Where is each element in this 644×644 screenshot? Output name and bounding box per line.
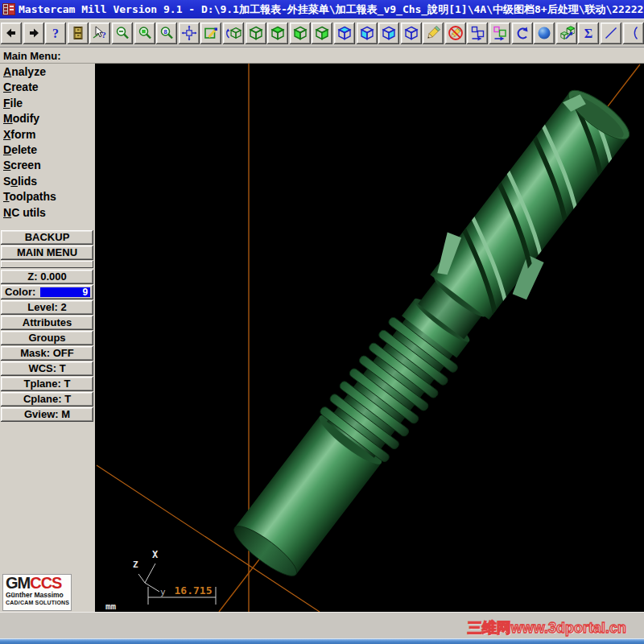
axis-gnomon: X Z <box>133 549 159 592</box>
watermark-text: 三维网www.3dportal.cn <box>468 618 626 638</box>
svg-text:8: 8 <box>164 28 168 35</box>
spacer <box>0 221 95 230</box>
pan-button[interactable] <box>179 23 200 44</box>
menu-item-solids[interactable]: Solids <box>0 175 95 190</box>
unzoom-08-button[interactable]: 8 <box>156 23 177 44</box>
pan-arrows-icon <box>181 25 197 41</box>
dimension-value: 16.715 <box>175 584 213 597</box>
level-button[interactable]: Level: 2 <box>1 300 93 315</box>
repaint-brush-icon <box>203 25 219 41</box>
line-icon <box>603 25 619 41</box>
backup-button[interactable]: BACKUP <box>1 230 93 245</box>
sphere-icon <box>536 25 552 41</box>
gmccs-logo-line1: Günther Massimo <box>6 591 71 599</box>
rotate-cube-icon <box>225 25 242 41</box>
cplane-front-button[interactable] <box>357 23 378 44</box>
viewport-canvas[interactable]: X Z y 16.715 mm <box>96 64 644 612</box>
svg-text:?: ? <box>52 27 59 40</box>
main-menu-button[interactable]: MAIN MENU <box>1 246 93 260</box>
gview-button[interactable]: Gview: M <box>1 407 93 422</box>
solid-model[interactable] <box>220 72 644 592</box>
blue-cube-front-icon <box>359 25 375 41</box>
svg-text:?: ? <box>102 30 107 39</box>
blue-cube-side-icon <box>381 25 397 41</box>
cplane-button[interactable]: Cplane: T <box>1 392 93 407</box>
status-button-panel: Z: 0.000Color:9Level: 2AttributesGroupsM… <box>0 270 95 422</box>
squares-arrow-blue-icon <box>469 25 485 41</box>
mask-button[interactable]: Mask: OFF <box>1 346 93 361</box>
z-button[interactable]: Z: 0.000 <box>1 270 93 284</box>
magnifier-8-icon: 8 <box>159 25 175 41</box>
forward-button[interactable] <box>23 23 44 44</box>
create-line-button[interactable] <box>601 23 621 44</box>
menu-item-screen[interactable]: Screen <box>0 159 95 174</box>
green-cube-front-icon <box>292 25 308 41</box>
wireframe-view-button[interactable] <box>401 23 422 44</box>
file-manager-button[interactable] <box>68 23 89 44</box>
green-cube-wire-icon <box>248 25 264 41</box>
graphics-viewport[interactable]: X Z y 16.715 mm <box>96 64 644 612</box>
gview-isometric-button[interactable] <box>246 23 266 44</box>
gview-front-button[interactable] <box>290 23 311 44</box>
shade-button[interactable] <box>534 23 555 44</box>
menu-item-create[interactable]: Create <box>0 80 95 96</box>
back-button[interactable] <box>1 23 22 44</box>
arc-icon <box>625 25 642 41</box>
undo-arrow-icon <box>514 25 530 41</box>
attributes-button[interactable]: Attributes <box>1 316 93 330</box>
menu-item-toolpaths[interactable]: Toolpaths <box>0 190 95 205</box>
wcs-button[interactable]: WCS: T <box>1 361 93 376</box>
magnifier-window-icon <box>137 25 153 41</box>
delete-button[interactable] <box>423 23 444 44</box>
undo-button[interactable] <box>512 23 533 44</box>
menu-item-analyze[interactable]: Analyze <box>0 65 95 80</box>
menu-item-delete[interactable]: Delete <box>0 143 95 159</box>
zoom-window-button[interactable] <box>134 23 155 44</box>
title-bar[interactable]: Mastercam Mill Version 9.1 - D:\9.1加工報表-… <box>0 0 644 19</box>
menu-item-xform[interactable]: Xform <box>0 128 95 143</box>
menu-item-modify[interactable]: Modify <box>0 112 95 127</box>
cplane-top-button[interactable] <box>334 23 355 44</box>
green-cube-top-icon <box>270 25 286 41</box>
pencil-icon <box>425 25 441 41</box>
color-swatch[interactable]: 9 <box>40 287 90 297</box>
zoom-button[interactable] <box>112 23 133 44</box>
cplane-side-button[interactable] <box>378 23 399 44</box>
gview-top-button[interactable] <box>267 23 288 44</box>
arrow-left-icon <box>3 25 19 41</box>
repaint-button[interactable] <box>200 23 221 44</box>
solids-button[interactable] <box>556 23 577 44</box>
tplane-button[interactable]: Tplane: T <box>1 377 93 391</box>
dimension-axis-label: y <box>160 587 166 597</box>
status-bar: 三维网www.3dportal.cn <box>0 612 644 638</box>
blue-cube-wire-icon <box>403 25 419 41</box>
sigma-icon: Σ <box>580 25 597 41</box>
main-menu-list: AnalyzeCreateFileModifyXformDeleteScreen… <box>0 64 95 221</box>
create-arc-button[interactable] <box>623 23 644 44</box>
groups-button[interactable]: Groups <box>1 331 93 345</box>
units-label: mm <box>105 601 117 612</box>
solid-cubes-arrow-icon <box>559 25 575 41</box>
content-area: AnalyzeCreateFileModifyXformDeleteScreen… <box>0 64 644 612</box>
app-icon <box>2 3 15 15</box>
sidebar: AnalyzeCreateFileModifyXformDeleteScreen… <box>0 64 96 612</box>
pointer-question-icon: ? <box>92 25 108 41</box>
toolbar: ? ? 8 <box>0 19 644 47</box>
main-menu-header: Main Menu: <box>0 47 644 64</box>
xform-copy-button[interactable] <box>489 23 510 44</box>
menu-item-nc-utils[interactable]: NC utils <box>0 206 95 221</box>
help-button[interactable]: ? <box>45 23 66 44</box>
color-button[interactable]: Color:9 <box>1 285 93 299</box>
gmccs-logo-title: GMCCS <box>6 576 71 591</box>
menu-item-file[interactable]: File <box>0 97 95 112</box>
svg-text:Σ: Σ <box>584 27 592 40</box>
analyze-what-button[interactable]: ? <box>89 23 110 44</box>
undelete-button[interactable] <box>445 23 466 44</box>
dynamic-rotate-button[interactable] <box>223 23 244 44</box>
window-title: Mastercam Mill Version 9.1 - D:\9.1加工報表-… <box>19 2 644 17</box>
arrow-right-icon <box>26 25 42 41</box>
gview-side-button[interactable] <box>312 23 332 44</box>
magnifier-icon <box>114 25 130 41</box>
nc-utils-button[interactable]: Σ <box>578 23 599 44</box>
translate-button[interactable] <box>467 23 488 44</box>
